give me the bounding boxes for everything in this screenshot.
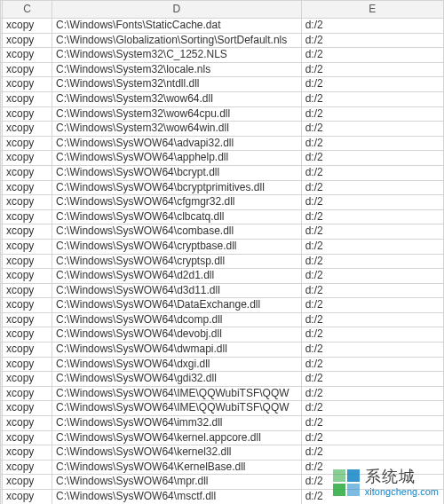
table-row[interactable]: xcopyC:\Windows\SysWOW64\combase.dlld:/2 — [1, 224, 444, 240]
cell-e[interactable]: d:/2 — [301, 475, 443, 490]
table-row[interactable]: xcopyC:\Windows\SysWOW64\bcryptprimitive… — [1, 180, 444, 195]
cell-e[interactable]: d:/2 — [301, 91, 443, 106]
cell-c[interactable]: xcopy — [3, 401, 52, 416]
cell-d[interactable]: C:\Windows\SysWOW64\msctf.dll — [52, 490, 302, 505]
table-row[interactable]: xcopyC:\Windows\SysWOW64\KernelBase.dlld… — [1, 460, 444, 475]
cell-e[interactable]: d:/2 — [301, 254, 443, 269]
cell-c[interactable]: xcopy — [3, 77, 52, 92]
cell-e[interactable]: d:/2 — [301, 401, 443, 416]
table-row[interactable]: xcopyC:\Windows\SysWOW64\kernel.appcore.… — [1, 430, 444, 445]
cell-c[interactable]: xcopy — [3, 224, 52, 240]
cell-c[interactable]: xcopy — [3, 460, 52, 475]
column-header-c[interactable]: C — [3, 1, 52, 19]
cell-d[interactable]: C:\Windows\SysWOW64\bcryptprimitives.dll — [52, 180, 302, 195]
cell-e[interactable]: d:/2 — [301, 416, 443, 431]
cell-c[interactable]: xcopy — [3, 490, 52, 505]
cell-c[interactable]: xcopy — [3, 283, 52, 298]
cell-d[interactable]: C:\Windows\SysWOW64\kernel32.dll — [52, 445, 302, 461]
table-row[interactable]: xcopyC:\Windows\System32\wow64cpu.dlld:/… — [1, 106, 444, 122]
cell-e[interactable]: d:/2 — [301, 224, 443, 240]
cell-c[interactable]: xcopy — [3, 475, 52, 490]
table-row[interactable]: xcopyC:\Windows\System32\wow64win.dlld:/… — [1, 122, 444, 137]
cell-e[interactable]: d:/2 — [301, 195, 443, 210]
cell-e[interactable]: d:/2 — [301, 445, 443, 461]
cell-e[interactable]: d:/2 — [301, 460, 443, 475]
cell-d[interactable]: C:\Windows\SysWOW64\imm32.dll — [52, 416, 302, 431]
table-row[interactable]: xcopyC:\Windows\SysWOW64\devobj.dlld:/2 — [1, 327, 444, 343]
cell-e[interactable]: d:/2 — [301, 122, 443, 137]
cell-c[interactable]: xcopy — [3, 91, 52, 106]
column-header-e[interactable]: E — [301, 1, 443, 19]
cell-d[interactable]: C:\Windows\Fonts\StaticCache.dat — [52, 19, 302, 34]
cell-e[interactable]: d:/2 — [301, 239, 443, 254]
table-row[interactable]: xcopyC:\Windows\SysWOW64\imm32.dlld:/2 — [1, 416, 444, 431]
cell-c[interactable]: xcopy — [3, 416, 52, 431]
table-row[interactable]: xcopyC:\Windows\SysWOW64\cryptsp.dlld:/2 — [1, 254, 444, 269]
cell-e[interactable]: d:/2 — [301, 357, 443, 372]
cell-e[interactable]: d:/2 — [301, 298, 443, 313]
cell-d[interactable]: C:\Windows\SysWOW64\kernel.appcore.dll — [52, 430, 302, 445]
cell-e[interactable]: d:/2 — [301, 327, 443, 343]
cell-e[interactable]: d:/2 — [301, 165, 443, 180]
cell-e[interactable]: d:/2 — [301, 62, 443, 77]
cell-c[interactable]: xcopy — [3, 195, 52, 210]
cell-d[interactable]: C:\Windows\SysWOW64\gdi32.dll — [52, 372, 302, 387]
cell-d[interactable]: C:\Windows\SysWOW64\combase.dll — [52, 224, 302, 240]
cell-e[interactable]: d:/2 — [301, 386, 443, 401]
cell-e[interactable]: d:/2 — [301, 269, 443, 284]
cell-d[interactable]: C:\Windows\SysWOW64\mpr.dll — [52, 475, 302, 490]
table-row[interactable]: xcopyC:\Windows\System32\wow64.dlld:/2 — [1, 91, 444, 106]
cell-c[interactable]: xcopy — [3, 33, 52, 48]
table-row[interactable]: xcopyC:\Windows\SysWOW64\kernel32.dlld:/… — [1, 445, 444, 461]
table-row[interactable]: xcopyC:\Windows\SysWOW64\IME\QQWubiTSF\Q… — [1, 401, 444, 416]
cell-e[interactable]: d:/2 — [301, 77, 443, 92]
cell-e[interactable]: d:/2 — [301, 33, 443, 48]
cell-e[interactable]: d:/2 — [301, 151, 443, 166]
table-row[interactable]: xcopyC:\Windows\SysWOW64\DataExchange.dl… — [1, 298, 444, 313]
cell-d[interactable]: C:\Windows\System32\ntdll.dll — [52, 77, 302, 92]
cell-c[interactable]: xcopy — [3, 19, 52, 34]
cell-c[interactable]: xcopy — [3, 312, 52, 327]
cell-c[interactable]: xcopy — [3, 239, 52, 254]
cell-e[interactable]: d:/2 — [301, 180, 443, 195]
table-row[interactable]: xcopyC:\Windows\Globalization\Sorting\So… — [1, 33, 444, 48]
table-row[interactable]: xcopyC:\Windows\SysWOW64\dwmapi.dlld:/2 — [1, 343, 444, 358]
cell-d[interactable]: C:\Windows\System32\wow64cpu.dll — [52, 106, 302, 122]
cell-d[interactable]: C:\Windows\SysWOW64\clbcatq.dll — [52, 209, 302, 224]
cell-d[interactable]: C:\Windows\System32\wow64win.dll — [52, 122, 302, 137]
table-row[interactable]: xcopyC:\Windows\SysWOW64\advapi32.dlld:/… — [1, 136, 444, 151]
table-row[interactable]: xcopyC:\Windows\SysWOW64\bcrypt.dlld:/2 — [1, 165, 444, 180]
table-row[interactable]: xcopyC:\Windows\SysWOW64\d2d1.dlld:/2 — [1, 269, 444, 284]
table-row[interactable]: xcopyC:\Windows\SysWOW64\IME\QQWubiTSF\Q… — [1, 386, 444, 401]
cell-d[interactable]: C:\Windows\SysWOW64\KernelBase.dll — [52, 460, 302, 475]
table-row[interactable]: xcopyC:\Windows\SysWOW64\cfgmgr32.dlld:/… — [1, 195, 444, 210]
table-row[interactable]: xcopyC:\Windows\SysWOW64\cryptbase.dlld:… — [1, 239, 444, 254]
cell-e[interactable]: d:/2 — [301, 372, 443, 387]
cell-d[interactable]: C:\Windows\SysWOW64\dcomp.dll — [52, 312, 302, 327]
table-row[interactable]: xcopyC:\Windows\System32\ntdll.dlld:/2 — [1, 77, 444, 92]
cell-c[interactable]: xcopy — [3, 445, 52, 461]
cell-c[interactable]: xcopy — [3, 343, 52, 358]
cell-c[interactable]: xcopy — [3, 430, 52, 445]
cell-c[interactable]: xcopy — [3, 122, 52, 137]
cell-d[interactable]: C:\Windows\System32\wow64.dll — [52, 91, 302, 106]
table-row[interactable]: xcopyC:\Windows\SysWOW64\clbcatq.dlld:/2 — [1, 209, 444, 224]
cell-e[interactable]: d:/2 — [301, 283, 443, 298]
cell-c[interactable]: xcopy — [3, 254, 52, 269]
cell-e[interactable]: d:/2 — [301, 312, 443, 327]
table-row[interactable]: xcopyC:\Windows\SysWOW64\msctf.dlld:/2 — [1, 490, 444, 505]
cell-d[interactable]: C:\Windows\Globalization\Sorting\SortDef… — [52, 33, 302, 48]
cell-d[interactable]: C:\Windows\SysWOW64\dxgi.dll — [52, 357, 302, 372]
cell-d[interactable]: C:\Windows\SysWOW64\cryptbase.dll — [52, 239, 302, 254]
table-row[interactable]: xcopyC:\Windows\System32\locale.nlsd:/2 — [1, 62, 444, 77]
cell-c[interactable]: xcopy — [3, 372, 52, 387]
cell-d[interactable]: C:\Windows\SysWOW64\devobj.dll — [52, 327, 302, 343]
cell-e[interactable]: d:/2 — [301, 343, 443, 358]
cell-c[interactable]: xcopy — [3, 209, 52, 224]
table-row[interactable]: xcopyC:\Windows\SysWOW64\mpr.dlld:/2 — [1, 475, 444, 490]
table-row[interactable]: xcopyC:\Windows\SysWOW64\gdi32.dlld:/2 — [1, 372, 444, 387]
cell-c[interactable]: xcopy — [3, 327, 52, 343]
cell-d[interactable]: C:\Windows\SysWOW64\bcrypt.dll — [52, 165, 302, 180]
cell-e[interactable]: d:/2 — [301, 136, 443, 151]
table-row[interactable]: xcopyC:\Windows\SysWOW64\apphelp.dlld:/2 — [1, 151, 444, 166]
